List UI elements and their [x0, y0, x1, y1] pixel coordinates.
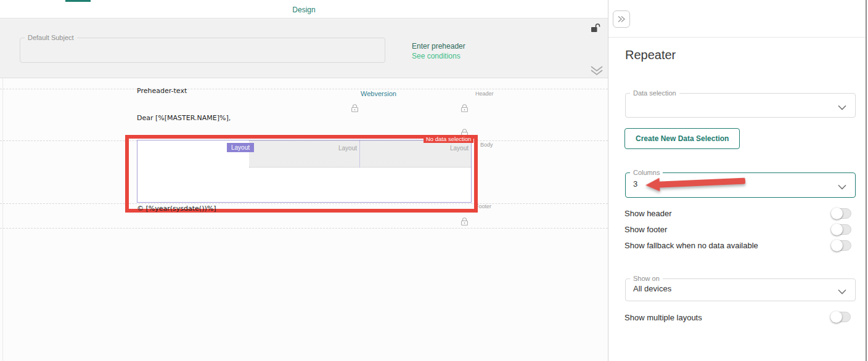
chevron-down-icon	[837, 102, 847, 113]
selected-element-highlight	[125, 135, 478, 213]
lock-icon	[461, 217, 469, 229]
columns-value: 3	[633, 179, 637, 189]
window-right-border	[866, 0, 867, 361]
chevron-down-icon	[837, 181, 847, 192]
lock-icon	[351, 103, 359, 115]
show-fallback-label: Show fallback when no data available	[624, 241, 758, 250]
collapse-panel-chevron-icon[interactable]	[589, 65, 605, 79]
double-chevron-right-icon	[617, 15, 626, 23]
repeater-settings-panel: Repeater Data selection Create New Data …	[608, 0, 866, 361]
chevron-down-icon	[837, 286, 847, 297]
lock-icon	[461, 103, 469, 115]
no-data-selection-badge: No data selection	[424, 135, 473, 143]
panel-title: Repeater	[625, 48, 676, 62]
show-fallback-toggle[interactable]	[832, 240, 851, 251]
row-divider	[0, 228, 608, 229]
columns-dropdown[interactable]: Columns 3	[625, 169, 856, 198]
enter-preheader-link[interactable]: Enter preheader	[412, 41, 465, 51]
top-tab-bar: Design	[0, 0, 608, 18]
body-section-label: Body	[480, 142, 493, 148]
row-divider	[0, 89, 608, 89]
show-on-label: Show on	[630, 275, 663, 282]
data-selection-dropdown[interactable]: Data selection	[625, 90, 856, 118]
header-section-label: Header	[475, 91, 494, 97]
default-subject-label: Default Subject	[25, 34, 77, 41]
panel-divider	[608, 37, 866, 38]
canvas-left-edge	[2, 78, 3, 361]
default-subject-field[interactable]: Default Subject	[20, 34, 385, 63]
preheader-links: Enter preheader See conditions	[412, 41, 465, 61]
toggle-knob	[830, 311, 842, 323]
show-footer-toggle[interactable]	[832, 224, 851, 235]
toggle-knob	[831, 224, 843, 235]
show-header-label: Show header	[624, 209, 672, 218]
toggle-knob	[831, 208, 843, 219]
active-tab-indicator	[65, 0, 91, 2]
show-header-toggle[interactable]	[832, 208, 851, 219]
show-multiple-layouts-toggle[interactable]	[831, 312, 851, 322]
show-footer-label: Show footer	[624, 225, 667, 234]
show-on-dropdown[interactable]: Show on All devices	[625, 275, 856, 301]
preheader-text[interactable]: Preheader-text	[137, 87, 187, 95]
show-on-value: All devices	[633, 284, 671, 293]
unlock-icon[interactable]	[591, 23, 601, 35]
email-design-canvas: Preheader-text Webversion Header Dear [%…	[0, 78, 608, 361]
footer-text[interactable]: © [%year(sysdate())%]	[137, 205, 216, 213]
see-conditions-link[interactable]: See conditions	[412, 51, 465, 61]
subject-panel: Default Subject Enter preheader See cond…	[0, 18, 608, 78]
columns-label: Columns	[630, 169, 663, 176]
webversion-link[interactable]: Webversion	[361, 90, 396, 97]
tab-design[interactable]: Design	[0, 6, 608, 14]
data-selection-label: Data selection	[630, 90, 679, 97]
expand-panel-button[interactable]	[613, 10, 630, 28]
toggle-knob	[831, 240, 843, 251]
email-editor-screen: Design Default Subject Enter preheader S…	[0, 0, 868, 361]
create-new-data-selection-button[interactable]: Create New Data Selection	[624, 128, 740, 149]
show-multiple-layouts-label: Show multiple layouts	[624, 313, 702, 322]
greeting-text[interactable]: Dear [%[MASTER.NAME]%],	[137, 114, 231, 122]
